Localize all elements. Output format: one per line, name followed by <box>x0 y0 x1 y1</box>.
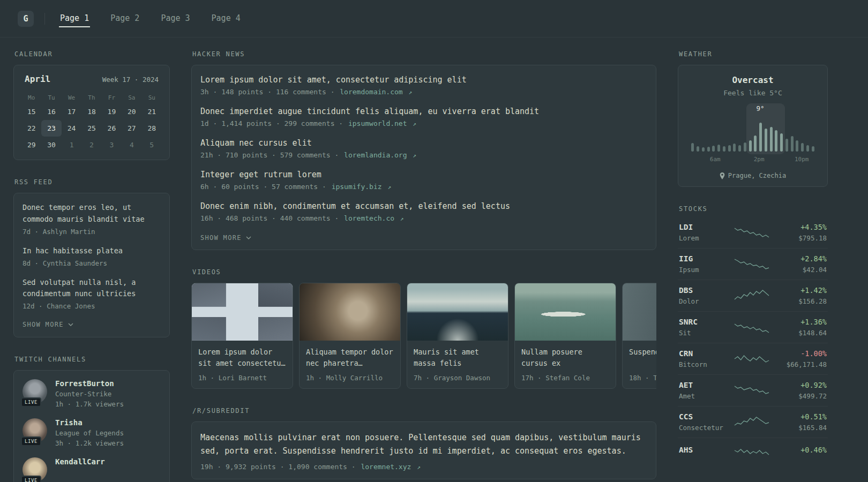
stock-name: Lorem <box>679 234 726 242</box>
hacker-news-card: Lorem ipsum dolor sit amet, consectetur … <box>191 65 656 250</box>
section-title-weather: WEATHER <box>679 50 828 58</box>
video-card-list: Lorem ipsum dolor sit amet consectetu… 1… <box>191 283 656 389</box>
rss-item-title[interactable]: In hac habitasse platea <box>23 245 161 257</box>
story-item: Donec imperdiet augue tincidunt felis al… <box>200 107 647 127</box>
stock-name: Ipsum <box>679 266 726 274</box>
weather-location-label: Prague, Czechia <box>728 172 786 179</box>
story-stats: 3h · 148 points · 116 comments · <box>200 88 334 96</box>
app-logo[interactable]: G <box>18 11 34 27</box>
video-title[interactable]: Mauris sit amet massa felis <box>414 347 502 370</box>
twitch-channel-game: Counter-Strike <box>55 390 124 398</box>
stock-symbol: IIG <box>679 254 726 263</box>
story-title[interactable]: Donec enim nibh, condimentum et accumsan… <box>200 201 647 211</box>
stock-price: $499.72 <box>777 392 827 400</box>
weather-bar <box>805 107 811 152</box>
story-domain-link[interactable]: loremdomain.com <box>340 88 402 96</box>
video-card[interactable]: Mauris sit amet massa felis 7h · Grayson… <box>407 283 508 389</box>
video-meta: 1h · Molly Carrillo <box>306 374 394 382</box>
stock-row[interactable]: AHS +0.46% <box>678 438 828 464</box>
video-title[interactable]: Lorem ipsum dolor sit amet consectetu… <box>198 347 286 370</box>
stocks-list: LDI Lorem +4.35% $795.18 IIG <box>678 220 828 464</box>
rss-item-meta: 8d · Cynthia Saunders <box>23 259 161 267</box>
hacker-news-show-more-button[interactable]: SHOW MORE <box>200 233 251 243</box>
story-domain-link[interactable]: loremtech.co <box>344 214 394 222</box>
subreddit-card: Maecenas mollis pulvinar erat non posuer… <box>191 421 656 479</box>
video-title[interactable]: Aliquam tempor dolor nec pharetra… <box>306 347 394 370</box>
weather-bar <box>706 107 711 152</box>
rss-item: Donec tempor eros leo, ut commodo mauris… <box>23 202 161 236</box>
video-card[interactable]: Aliquam tempor dolor nec pharetra… 1h · … <box>299 283 401 389</box>
video-card[interactable]: Lorem ipsum dolor sit amet consectetu… 1… <box>191 283 293 389</box>
story-domain-link[interactable]: loremlandia.org <box>344 151 407 159</box>
subreddit-post-title[interactable]: Maecenas mollis pulvinar erat non posuer… <box>200 431 647 458</box>
weather-hourly-chart: 9° <box>690 107 815 152</box>
calendar-week-year: Week 17 · 2024 <box>102 76 159 84</box>
page-tab[interactable]: Page 3 <box>160 10 191 27</box>
story-title[interactable]: Lorem ipsum dolor sit amet, consectetur … <box>200 75 647 85</box>
rss-show-more-button[interactable]: SHOW MORE <box>23 320 73 329</box>
calendar-weekday-row: MoTuWeThFrSaSu <box>21 92 162 103</box>
video-card[interactable]: Nullam posuere cursus ex 17h · Stefan Co… <box>514 283 616 389</box>
section-title-videos: VIDEOS <box>192 268 656 276</box>
story-title[interactable]: Donec imperdiet augue tincidunt felis al… <box>200 107 647 116</box>
stock-row[interactable]: CCS Consectetur +0.51% $165.84 <box>678 406 828 438</box>
stock-row[interactable]: SNRC Sit +1.36% $148.64 <box>678 311 828 343</box>
video-thumbnail[interactable] <box>623 283 656 341</box>
rss-item-title[interactable]: Sed volutpat nulla nisl, a condimentum n… <box>23 277 161 300</box>
twitch-channel-row[interactable]: LIVE ForrestBurton Counter-Strike 1h · 1… <box>23 379 161 408</box>
dashboard-content: CALENDAR April Week 17 · 2024 MoTuWeThFr… <box>0 37 868 482</box>
twitch-channel-game: League of Legends <box>55 429 124 437</box>
stock-row[interactable]: DBS Dolor +1.42% $156.28 <box>678 280 828 311</box>
story-domain-link[interactable]: ipsumworld.net <box>348 119 407 127</box>
weather-bar <box>701 107 706 152</box>
stock-row[interactable]: IIG Ipsum +2.84% $42.04 <box>678 248 828 280</box>
twitch-channel-name[interactable]: ForrestBurton <box>55 379 124 388</box>
weather-bar <box>795 107 800 152</box>
weather-bar <box>779 107 784 152</box>
rss-item-title[interactable]: Donec tempor eros leo, ut commodo mauris… <box>23 202 161 225</box>
stock-change: +0.51% <box>777 412 827 421</box>
calendar-day: 16 <box>41 103 61 120</box>
video-thumbnail[interactable] <box>192 283 293 341</box>
twitch-channel-name[interactable]: KendallCarr <box>55 457 105 466</box>
calendar-day: 27 <box>122 120 141 137</box>
stock-price: $156.28 <box>777 297 827 305</box>
story-domain-link[interactable]: loremnet.xyz <box>361 463 411 471</box>
calendar-day: 20 <box>122 103 141 120</box>
twitch-channel-row[interactable]: LIVE Trisha League of Legends 3h · 1.2k … <box>23 418 161 447</box>
twitch-channel-name[interactable]: Trisha <box>55 418 124 427</box>
calendar-weekday-label: Tu <box>41 92 61 103</box>
story-meta: 6h · 60 points · 57 comments · ipsumify.… <box>200 183 647 191</box>
weather-bar <box>774 107 779 152</box>
video-title[interactable]: Nullam posuere cursus ex <box>521 347 609 370</box>
stock-identity: AET Amet <box>679 381 726 400</box>
story-domain-link[interactable]: ipsumify.biz <box>332 183 382 191</box>
rss-item-meta: 7d · Ashlyn Martin <box>23 228 161 236</box>
rss-card: Donec tempor eros leo, ut commodo mauris… <box>13 193 170 337</box>
video-title[interactable]: Suspendisse diam <box>629 347 656 370</box>
page-tab[interactable]: Page 2 <box>109 10 140 27</box>
story-title[interactable]: Integer eget rutrum lorem <box>200 170 647 179</box>
external-link-icon: ↗ <box>409 89 413 96</box>
stock-row[interactable]: CRN Bitcorn -1.00% $66,171.48 <box>678 343 828 374</box>
video-thumbnail[interactable] <box>300 283 400 341</box>
story-stats: 6h · 60 points · 57 comments · <box>200 183 326 191</box>
rss-item-meta: 12d · Chance Jones <box>23 302 161 310</box>
stock-row[interactable]: AET Amet +0.92% $499.72 <box>678 374 828 406</box>
story-title[interactable]: Aliquam nec cursus elit <box>200 138 647 148</box>
video-thumbnail[interactable] <box>515 283 616 341</box>
stock-change: +0.46% <box>777 446 827 454</box>
weather-bar <box>768 107 774 152</box>
stock-values: +0.51% $165.84 <box>777 412 827 432</box>
video-card[interactable]: Suspendisse diam 18h · Tara <box>622 283 656 389</box>
page-tab[interactable]: Page 4 <box>211 10 242 27</box>
stock-row[interactable]: LDI Lorem +4.35% $795.18 <box>678 220 828 248</box>
stock-symbol: SNRC <box>679 318 726 326</box>
twitch-channel-row[interactable]: LIVE KendallCarr <box>23 457 161 482</box>
weather-bar <box>789 107 795 152</box>
weather-bar <box>716 107 722 152</box>
video-thumbnail[interactable] <box>407 283 508 341</box>
calendar-weekday-label: Fr <box>102 92 122 103</box>
video-card-body: Nullam posuere cursus ex 17h · Stefan Co… <box>515 341 616 388</box>
page-tab[interactable]: Page 1 <box>59 10 90 27</box>
